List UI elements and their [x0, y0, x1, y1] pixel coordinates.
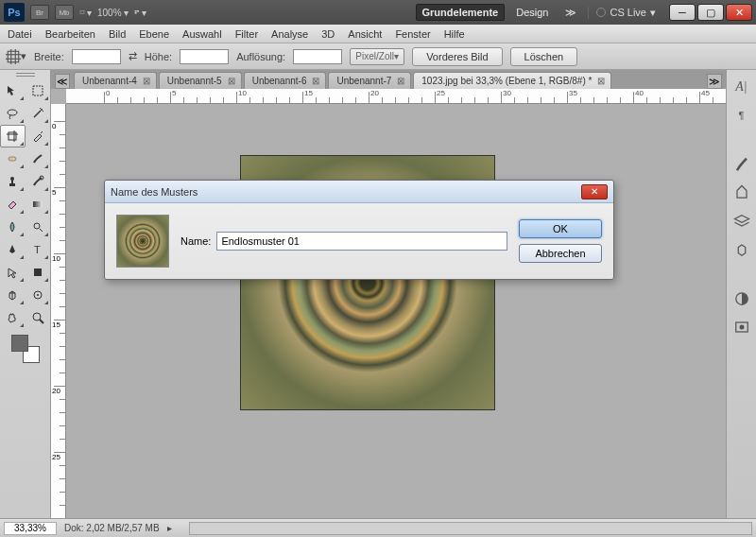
lasso-tool[interactable]	[0, 102, 26, 125]
dodge-tool[interactable]	[26, 216, 51, 238]
brush-tool[interactable]	[26, 147, 51, 170]
clear-button[interactable]: Löschen	[510, 47, 578, 66]
move-tool[interactable]	[0, 79, 26, 102]
masks-panel-icon[interactable]	[732, 318, 751, 337]
cslive-button[interactable]: CS Live ▾	[588, 7, 656, 19]
zoom-dropdown[interactable]: 100% ▾	[97, 8, 129, 18]
menu-filter[interactable]: Filter	[235, 28, 258, 40]
wand-tool[interactable]	[26, 102, 51, 125]
swap-icon[interactable]: ⇄	[129, 50, 137, 62]
paragraph-panel-icon[interactable]: ¶	[732, 106, 751, 125]
heal-tool[interactable]	[0, 147, 26, 170]
toolbox: T	[0, 70, 51, 518]
menu-analyse[interactable]: Analyse	[271, 28, 308, 40]
minibridge-button[interactable]: Mb	[55, 5, 74, 20]
svg-point-34	[739, 325, 744, 330]
doc-tab[interactable]: Unbenannt-7⊠	[328, 72, 411, 89]
zoom-input[interactable]	[4, 522, 57, 535]
close-icon[interactable]: ⊠	[226, 76, 237, 87]
menu-ebene[interactable]: Ebene	[139, 28, 169, 40]
close-icon[interactable]: ⊠	[395, 76, 406, 87]
cancel-button[interactable]: Abbrechen	[519, 244, 602, 263]
menu-bild[interactable]: Bild	[109, 28, 126, 40]
hand-tool[interactable]	[0, 306, 26, 329]
brush-panel-icon[interactable]	[732, 155, 751, 174]
front-image-button[interactable]: Vorderes Bild	[412, 47, 502, 66]
foreground-color[interactable]	[11, 335, 28, 352]
ruler-vertical: 051015202530	[51, 104, 66, 518]
menu-datei[interactable]: Datei	[8, 28, 32, 40]
svg-point-12	[41, 109, 43, 111]
svg-line-11	[34, 111, 41, 117]
dialog-close-icon[interactable]: ✕	[581, 184, 608, 199]
workspace-design[interactable]: Design	[510, 5, 554, 20]
type-tool[interactable]: T	[26, 238, 51, 261]
menu-auswahl[interactable]: Auswahl	[182, 28, 222, 40]
svg-text:T: T	[34, 244, 41, 255]
window-maximize[interactable]: ▢	[697, 4, 724, 21]
pen-tool[interactable]	[0, 238, 26, 261]
document-tabbar: ≪ Unbenannt-4⊠ Unbenannt-5⊠ Unbenannt-6⊠…	[51, 70, 726, 89]
toolbox-handle[interactable]	[0, 70, 50, 79]
doc-tab[interactable]: Unbenannt-5⊠	[159, 72, 242, 89]
tab-nav-right[interactable]: ≫	[707, 74, 722, 89]
clone-panel-icon[interactable]	[732, 183, 751, 202]
zoom-tool[interactable]	[26, 306, 51, 329]
app-logo[interactable]: Ps	[4, 3, 25, 22]
resolution-input[interactable]	[293, 49, 342, 64]
menu-hilfe[interactable]: Hilfe	[444, 28, 465, 40]
character-panel-icon[interactable]: A|	[732, 78, 751, 96]
3d-panel-icon[interactable]	[732, 240, 751, 259]
width-input[interactable]	[72, 49, 121, 64]
layers-panel-icon[interactable]	[732, 212, 751, 231]
menu-fenster[interactable]: Fenster	[395, 28, 430, 40]
tab-nav-left[interactable]: ≪	[55, 74, 70, 89]
menu-bearbeiten[interactable]: Bearbeiten	[45, 28, 95, 40]
eraser-tool[interactable]	[0, 193, 26, 216]
path-tool[interactable]	[0, 261, 26, 284]
menu-ansicht[interactable]: Ansicht	[348, 28, 382, 40]
close-icon[interactable]: ⊠	[310, 76, 321, 87]
eyedropper-tool[interactable]	[26, 125, 51, 147]
shape-tool[interactable]	[26, 261, 51, 284]
bridge-button[interactable]: Br	[30, 5, 49, 20]
workspace-grundelemente[interactable]: Grundelemente	[416, 4, 506, 21]
screenmode-dropdown[interactable]: ▾	[79, 8, 92, 18]
crop-tool[interactable]	[0, 125, 26, 147]
svg-rect-18	[9, 157, 16, 161]
svg-point-10	[8, 110, 17, 115]
right-panel: A| ¶	[726, 70, 756, 518]
pattern-name-input[interactable]	[216, 232, 507, 251]
history-brush-tool[interactable]	[26, 170, 51, 193]
doc-info-arrow-icon[interactable]: ▸	[167, 523, 172, 533]
current-tool-icon[interactable]: ▾	[6, 47, 26, 66]
3d-tool[interactable]	[0, 284, 26, 306]
3d-camera-tool[interactable]	[26, 284, 51, 306]
doc-tab[interactable]: Unbenannt-6⊠	[244, 72, 327, 89]
horizontal-scrollbar[interactable]	[189, 522, 752, 535]
doc-tab-active[interactable]: 1023.jpg bei 33,3% (Ebene 1, RGB/8#) *⊠	[413, 72, 611, 89]
window-minimize[interactable]: ─	[669, 4, 696, 21]
svg-rect-1	[134, 10, 136, 12]
svg-point-21	[10, 177, 14, 181]
svg-rect-3	[134, 12, 136, 14]
workspace-more[interactable]: ≫	[559, 5, 582, 21]
dialog-titlebar[interactable]: Name des Musters ✕	[105, 181, 613, 203]
doc-tab[interactable]: Unbenannt-4⊠	[74, 72, 157, 89]
close-icon[interactable]: ⊠	[141, 76, 152, 87]
stamp-tool[interactable]	[0, 170, 26, 193]
menu-3d[interactable]: 3D	[321, 28, 335, 40]
unit-dropdown[interactable]: Pixel/Zoll ▾	[350, 48, 404, 65]
color-swatches[interactable]	[11, 335, 40, 363]
gradient-tool[interactable]	[26, 193, 51, 216]
pattern-name-dialog: Name des Musters ✕ Name: OK Abbrechen	[104, 180, 614, 280]
adjustments-panel-icon[interactable]	[732, 289, 751, 308]
marquee-tool[interactable]	[26, 79, 51, 102]
svg-rect-19	[9, 183, 15, 186]
close-icon[interactable]: ⊠	[595, 76, 607, 87]
blur-tool[interactable]	[0, 216, 26, 238]
height-input[interactable]	[180, 49, 229, 64]
window-close[interactable]: ✕	[726, 4, 752, 21]
ok-button[interactable]: OK	[519, 219, 602, 238]
arrange-dropdown[interactable]: ▾	[134, 8, 146, 18]
